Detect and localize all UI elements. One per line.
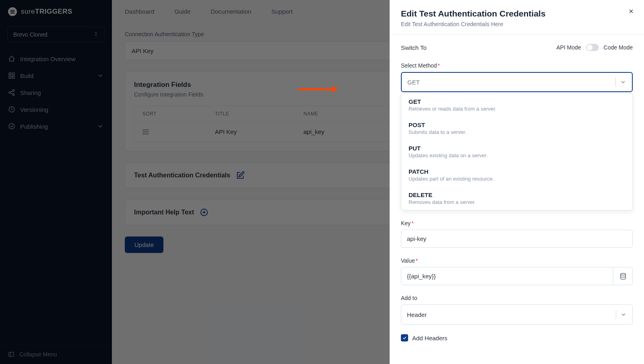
add-headers-checkbox-row[interactable]: Add Headers	[401, 334, 633, 341]
option-label: GET	[409, 98, 625, 105]
mode-toggle[interactable]	[586, 44, 599, 51]
value-input[interactable]	[401, 267, 613, 285]
svg-marker-13	[332, 86, 338, 93]
method-option-delete[interactable]: DELETE Removes data from a server.	[401, 187, 632, 210]
option-desc: Updates part of an existing resource.	[409, 176, 625, 182]
option-desc: Updates existing data on a server.	[409, 152, 625, 158]
method-option-get[interactable]: GET Retrieves or reads data from a serve…	[401, 93, 632, 117]
switch-to-label: Switch To	[401, 44, 427, 51]
chevron-down-icon	[620, 79, 626, 85]
value-field-group: Value*	[401, 257, 633, 285]
add-headers-label: Add Headers	[412, 335, 448, 341]
annotation-arrow	[298, 85, 338, 95]
key-input[interactable]	[401, 230, 633, 248]
method-dropdown-list: GET Retrieves or reads data from a serve…	[401, 93, 633, 210]
method-option-patch[interactable]: PATCH Updates part of an existing resour…	[401, 163, 632, 187]
checkbox-checked[interactable]	[401, 334, 408, 341]
edit-panel: Edit Test Authentication Credentials Edi…	[390, 0, 644, 364]
divider	[615, 78, 616, 86]
value-label: Value*	[401, 257, 633, 264]
value-addon-button[interactable]	[613, 267, 633, 285]
select-method-value: GET	[407, 79, 420, 86]
option-label: PUT	[409, 145, 625, 152]
select-method-dropdown[interactable]: GET	[401, 72, 633, 92]
svg-point-11	[621, 273, 625, 275]
option-label: PATCH	[409, 168, 625, 175]
method-option-put[interactable]: PUT Updates existing data on a server.	[401, 140, 632, 163]
key-label: Key*	[401, 220, 633, 226]
option-desc: Removes data from a server.	[409, 199, 625, 205]
panel-header: Edit Test Authentication Credentials Edi…	[390, 0, 644, 35]
option-label: POST	[409, 121, 625, 128]
addto-label: Add to	[401, 295, 633, 301]
select-method-label: Select Method*	[401, 62, 633, 69]
close-icon	[628, 8, 634, 14]
addto-select[interactable]: Header	[401, 304, 633, 325]
option-label: DELETE	[409, 191, 625, 198]
modal-overlay[interactable]	[0, 0, 390, 364]
addto-value: Header	[407, 311, 427, 318]
divider	[616, 310, 616, 319]
mode-switch-row: Switch To API Mode Code Mode	[401, 44, 633, 51]
select-method-group: Select Method* GET GET Retrieves or read…	[401, 62, 633, 210]
method-option-post[interactable]: POST Submits data to a server.	[401, 117, 632, 140]
addto-field-group: Add to Header	[401, 295, 633, 325]
check-icon	[402, 335, 407, 340]
option-desc: Retrieves or reads data from a server.	[409, 106, 625, 112]
api-mode-label: API Mode	[556, 44, 581, 51]
close-button[interactable]	[628, 8, 634, 16]
key-field-group: Key*	[401, 220, 633, 248]
panel-subtitle: Edit Test Authentication Credentials Her…	[401, 21, 633, 27]
panel-title: Edit Test Authentication Credentials	[401, 9, 633, 19]
chevron-down-icon	[620, 311, 627, 318]
database-icon	[619, 273, 627, 280]
option-desc: Submits data to a server.	[409, 129, 625, 135]
code-mode-label: Code Mode	[604, 44, 633, 51]
